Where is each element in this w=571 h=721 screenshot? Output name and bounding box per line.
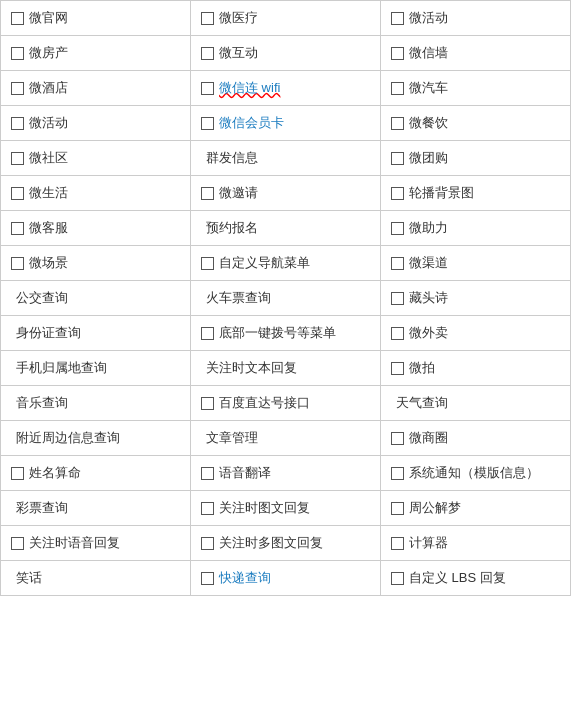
table-row: 公交查询火车票查询藏头诗 (1, 281, 571, 316)
checkbox-icon[interactable] (391, 152, 404, 165)
cell-label: 微汽车 (409, 79, 448, 97)
table-row: 身份证查询底部一键拨号等菜单微外卖 (1, 316, 571, 351)
cell-content: 关注时文本回复 (201, 359, 370, 377)
checkbox-icon[interactable] (11, 257, 24, 270)
checkbox-icon[interactable] (391, 257, 404, 270)
table-cell: 快递查询 (191, 561, 381, 596)
table-cell: 语音翻译 (191, 456, 381, 491)
checkbox-icon[interactable] (11, 537, 24, 550)
cell-label: 笑话 (16, 569, 42, 587)
table-cell: 微助力 (381, 211, 571, 246)
checkbox-icon[interactable] (391, 572, 404, 585)
cell-label: 微助力 (409, 219, 448, 237)
checkbox-icon[interactable] (11, 152, 24, 165)
cell-label: 微房产 (29, 44, 68, 62)
cell-label: 百度直达号接口 (219, 394, 310, 412)
table-row: 姓名算命语音翻译系统通知（模版信息） (1, 456, 571, 491)
table-cell: 关注时文本回复 (191, 351, 381, 386)
checkbox-icon[interactable] (201, 187, 214, 200)
table-cell: 火车票查询 (191, 281, 381, 316)
table-cell: 微信会员卡 (191, 106, 381, 141)
checkbox-icon[interactable] (201, 257, 214, 270)
table-cell: 关注时图文回复 (191, 491, 381, 526)
cell-content: 彩票查询 (11, 499, 180, 517)
features-table: 微官网微医疗微活动微房产微互动微信墙微酒店微信连 wifi微汽车微活动微信会员卡… (0, 0, 571, 596)
checkbox-icon[interactable] (391, 117, 404, 130)
table-row: 微场景自定义导航菜单微渠道 (1, 246, 571, 281)
checkbox-icon[interactable] (391, 537, 404, 550)
cell-label: 微渠道 (409, 254, 448, 272)
checkbox-icon[interactable] (391, 47, 404, 60)
checkbox-icon[interactable] (11, 222, 24, 235)
table-cell: 附近周边信息查询 (1, 421, 191, 456)
cell-label: 微信墙 (409, 44, 448, 62)
cell-label: 微信连 wifi (219, 79, 280, 97)
table-cell: 文章管理 (191, 421, 381, 456)
cell-label: 公交查询 (16, 289, 68, 307)
cell-content: 微酒店 (11, 79, 180, 97)
checkbox-icon[interactable] (201, 47, 214, 60)
cell-label: 微拍 (409, 359, 435, 377)
table-cell: 笑话 (1, 561, 191, 596)
cell-content: 公交查询 (11, 289, 180, 307)
checkbox-icon[interactable] (391, 82, 404, 95)
checkbox-icon[interactable] (11, 117, 24, 130)
table-cell: 微互动 (191, 36, 381, 71)
checkbox-icon[interactable] (391, 432, 404, 445)
cell-content: 计算器 (391, 534, 560, 552)
cell-label: 轮播背景图 (409, 184, 474, 202)
checkbox-icon[interactable] (201, 572, 214, 585)
cell-content: 微商圈 (391, 429, 560, 447)
checkbox-icon[interactable] (11, 47, 24, 60)
table-row: 微房产微互动微信墙 (1, 36, 571, 71)
cell-content: 微医疗 (201, 9, 370, 27)
table-cell: 公交查询 (1, 281, 191, 316)
cell-label: 关注时语音回复 (29, 534, 120, 552)
table-cell: 姓名算命 (1, 456, 191, 491)
table-row: 微客服预约报名微助力 (1, 211, 571, 246)
checkbox-icon[interactable] (201, 502, 214, 515)
checkbox-icon[interactable] (11, 187, 24, 200)
checkbox-icon[interactable] (391, 222, 404, 235)
cell-label: 关注时文本回复 (206, 359, 297, 377)
checkbox-icon[interactable] (391, 12, 404, 25)
checkbox-icon[interactable] (11, 12, 24, 25)
cell-content: 快递查询 (201, 569, 370, 587)
table-row: 彩票查询关注时图文回复周公解梦 (1, 491, 571, 526)
table-cell: 藏头诗 (381, 281, 571, 316)
checkbox-icon[interactable] (391, 187, 404, 200)
checkbox-icon[interactable] (201, 467, 214, 480)
cell-label: 微酒店 (29, 79, 68, 97)
cell-content: 手机归属地查询 (11, 359, 180, 377)
checkbox-icon[interactable] (201, 12, 214, 25)
cell-label: 微场景 (29, 254, 68, 272)
table-cell: 自定义 LBS 回复 (381, 561, 571, 596)
table-cell: 群发信息 (191, 141, 381, 176)
checkbox-icon[interactable] (201, 397, 214, 410)
checkbox-icon[interactable] (391, 502, 404, 515)
cell-content: 微渠道 (391, 254, 560, 272)
checkbox-icon[interactable] (201, 82, 214, 95)
checkbox-icon[interactable] (391, 467, 404, 480)
checkbox-icon[interactable] (11, 82, 24, 95)
table-cell: 周公解梦 (381, 491, 571, 526)
checkbox-icon[interactable] (201, 117, 214, 130)
table-cell: 微社区 (1, 141, 191, 176)
checkbox-icon[interactable] (391, 362, 404, 375)
cell-content: 附近周边信息查询 (11, 429, 180, 447)
cell-label: 手机归属地查询 (16, 359, 107, 377)
cell-content: 微外卖 (391, 324, 560, 342)
table-row: 微社区群发信息微团购 (1, 141, 571, 176)
table-cell: 微医疗 (191, 1, 381, 36)
cell-content: 微生活 (11, 184, 180, 202)
checkbox-icon[interactable] (391, 292, 404, 305)
checkbox-icon[interactable] (201, 327, 214, 340)
table-cell: 轮播背景图 (381, 176, 571, 211)
table-cell: 自定义导航菜单 (191, 246, 381, 281)
checkbox-icon[interactable] (391, 327, 404, 340)
checkbox-icon[interactable] (11, 467, 24, 480)
cell-content: 微客服 (11, 219, 180, 237)
cell-label: 微医疗 (219, 9, 258, 27)
table-cell: 天气查询 (381, 386, 571, 421)
checkbox-icon[interactable] (201, 537, 214, 550)
